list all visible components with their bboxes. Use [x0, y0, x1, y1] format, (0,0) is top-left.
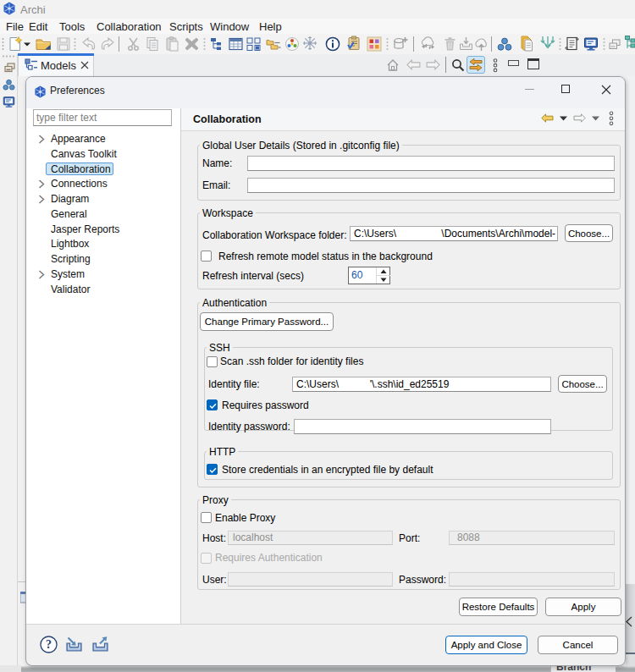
svg-text:?: ?: [46, 638, 52, 651]
